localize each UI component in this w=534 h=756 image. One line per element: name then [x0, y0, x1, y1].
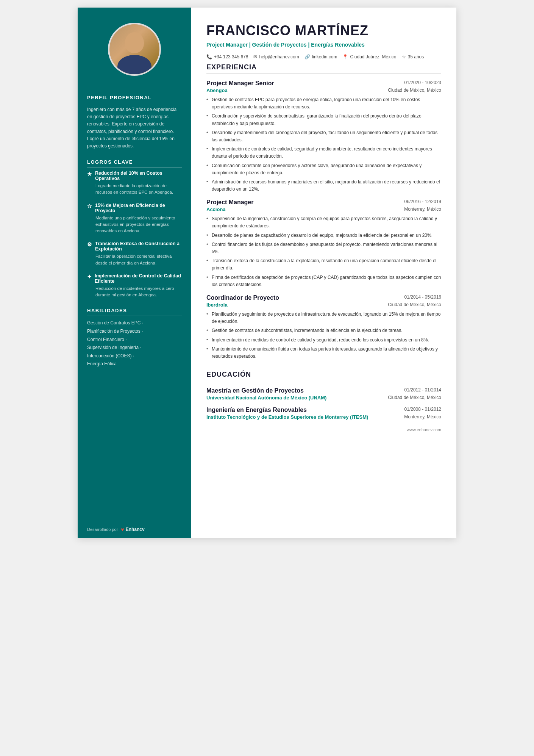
skill-item: Energía Eólica [87, 360, 182, 368]
edu-location: Ciudad de México, México [388, 395, 441, 401]
avatar [108, 23, 161, 76]
exp-header: Coordinador de Proyecto 01/2014 - 05/201… [206, 294, 441, 301]
bullet: Desarrollo de planes de capacitación y d… [206, 232, 441, 239]
achievement-title-text: 15% de Mejora en Eficiencia de Proyecto [95, 203, 182, 213]
habilidades-section: HABILIDADES Gestión de Contratos EPCPlan… [87, 308, 182, 368]
city-value: Ciudad Juárez, México [350, 54, 396, 59]
linkedin-icon: 🔗 [304, 54, 310, 59]
edu-dates: 01/2012 - 01/2014 [404, 387, 441, 393]
email-icon: ✉ [253, 54, 257, 59]
age-item: ☆ 35 años [402, 54, 424, 59]
bullet: Implementación de medidas de control de … [206, 337, 441, 344]
edu-sub: Universidad Nacional Autónoma de México … [206, 395, 441, 401]
contact-info: 📞 +34 123 345 678 ✉ help@enhancv.com 🔗 l… [206, 54, 441, 59]
enhancv-logo: ♥ Enhancv [121, 526, 144, 532]
achievement-desc: Mediante una planificación y seguimiento… [87, 215, 182, 235]
exp-location: Ciudad de México, México [388, 88, 441, 93]
achievement-desc: Logrado mediante la optimización de recu… [87, 183, 182, 196]
bullet: Supervisión de la ingeniería, construcci… [206, 215, 441, 230]
enhancv-brand: Enhancv [126, 527, 145, 532]
edu-header: Maestría en Gestión de Proyectos 01/2012… [206, 387, 441, 394]
header: FRANCISCO MARTÍNEZ Project Manager | Ges… [206, 23, 441, 59]
exp-company: Acciona [206, 207, 226, 212]
photo-area [78, 8, 191, 87]
achievements-list: ★ Reducción del 10% en Costos Operativos… [87, 171, 182, 298]
bullet: Desarrollo y mantenimiento del cronogram… [206, 129, 441, 144]
exp-job-title: Coordinador de Proyecto [206, 294, 279, 301]
achievement-icon: ⚙ [87, 241, 92, 247]
job-item: Project Manager 06/2016 - 12/2019 Accion… [206, 199, 441, 288]
achievement-title-text: Transición Exitosa de Construcción a Exp… [95, 241, 182, 252]
edu-item: Maestría en Gestión de Proyectos 01/2012… [206, 387, 441, 401]
edu-degree: Maestría en Gestión de Proyectos [206, 387, 304, 394]
skill-item: Control Financiero [87, 336, 182, 344]
avatar-image [109, 23, 159, 76]
phone-icon: 📞 [206, 54, 212, 59]
bullet: Coordinación y supervisión de subcontrat… [206, 113, 441, 127]
bullet: Transición exitosa de la construcción a … [206, 257, 441, 272]
achievement-item: ✦ Implementación de Control de Calidad E… [87, 273, 182, 299]
city-item: 📍 Ciudad Juárez, México [342, 54, 396, 59]
sidebar-footer: Desarrollado por ♥ Enhancv [78, 521, 191, 538]
achievement-desc: Facilitar la operación comercial efectiv… [87, 253, 182, 266]
bullet: Comunicación constante con proveedores y… [206, 162, 441, 177]
edu-degree: Ingeniería en Energías Renovables [206, 407, 307, 413]
bullet: Implementación de controles de calidad, … [206, 146, 441, 160]
bullet: Gestión de contratos EPC para proyectos … [206, 96, 441, 111]
footer-developed-by: Desarrollado por [87, 527, 118, 532]
perfil-section: PERFIL PROFESIONAL Ingeniero con más de … [87, 95, 182, 150]
skill-item: Supervisión de Ingeniería [87, 344, 182, 352]
email-item: ✉ help@enhancv.com [253, 54, 299, 59]
age-icon: ☆ [402, 54, 406, 59]
achievement-item: ☆ 15% de Mejora en Eficiencia de Proyect… [87, 203, 182, 235]
sidebar-content: PERFIL PROFESIONAL Ingeniero con más de … [78, 87, 191, 521]
linkedin-value: linkedin.com [312, 54, 337, 59]
exp-sub: Iberdrola Ciudad de México, México [206, 302, 441, 308]
sidebar: PERFIL PROFESIONAL Ingeniero con más de … [78, 8, 191, 538]
exp-dates: 01/2020 - 10/2023 [404, 80, 441, 85]
exp-bullets: Planificación y seguimiento de proyectos… [206, 311, 441, 360]
exp-location: Monterrey, México [404, 207, 441, 212]
linkedin-item: 🔗 linkedin.com [304, 54, 337, 59]
achievement-icon: ☆ [87, 203, 92, 209]
achievement-title: ⚙ Transición Exitosa de Construcción a E… [87, 241, 182, 252]
age-value: 35 años [408, 54, 424, 59]
logros-title: LOGROS CLAVE [87, 159, 182, 167]
bullet: Control financiero de los flujos de dese… [206, 241, 441, 255]
logros-section: LOGROS CLAVE ★ Reducción del 10% en Cost… [87, 159, 182, 298]
resume-container: PERFIL PROFESIONAL Ingeniero con más de … [78, 8, 456, 538]
location-icon: 📍 [342, 54, 348, 59]
bullet: Gestión de contratos de subcontratistas,… [206, 327, 441, 334]
heart-icon: ♥ [121, 526, 124, 532]
jobs-list: Project Manager Senior 01/2020 - 10/2023… [206, 80, 441, 360]
edu-school: Instituto Tecnológico y de Estudios Supe… [206, 414, 368, 420]
achievement-title-text: Reducción del 10% en Costos Operativos [95, 171, 182, 181]
footer-url: www.enhancv.com [407, 427, 441, 432]
bullet: Planificación y seguimiento de proyectos… [206, 311, 441, 325]
educacion-section-title: EDUCACIÓN [206, 371, 441, 381]
exp-job-title: Project Manager Senior [206, 80, 274, 87]
achievement-item: ★ Reducción del 10% en Costos Operativos… [87, 171, 182, 196]
achievement-title: ★ Reducción del 10% en Costos Operativos [87, 171, 182, 181]
person-name: FRANCISCO MARTÍNEZ [206, 23, 441, 39]
exp-sub: Abengoa Ciudad de México, México [206, 88, 441, 93]
edu-item: Ingeniería en Energías Renovables 01/200… [206, 407, 441, 420]
edu-school: Universidad Nacional Autónoma de México … [206, 395, 326, 401]
phone-value: +34 123 345 678 [214, 54, 248, 59]
perfil-text: Ingeniero con más de 7 años de experienc… [87, 106, 182, 150]
exp-bullets: Supervisión de la ingeniería, construcci… [206, 215, 441, 288]
skill-item: Interconexión (COES) [87, 352, 182, 360]
skills-list: Gestión de Contratos EPCPlanificación de… [87, 319, 182, 368]
exp-dates: 06/2016 - 12/2019 [404, 199, 441, 204]
achievement-desc: Reducción de incidentes mayores a cero d… [87, 285, 182, 299]
achievement-icon: ✦ [87, 274, 92, 280]
achievement-title: ☆ 15% de Mejora en Eficiencia de Proyect… [87, 203, 182, 213]
bullet: Administración de recursos humanos y mat… [206, 178, 441, 193]
habilidades-title: HABILIDADES [87, 308, 182, 316]
exp-header: Project Manager Senior 01/2020 - 10/2023 [206, 80, 441, 87]
edu-dates: 01/2008 - 01/2012 [404, 407, 441, 412]
main-content: FRANCISCO MARTÍNEZ Project Manager | Ges… [191, 8, 456, 538]
exp-location: Ciudad de México, México [388, 302, 441, 307]
skill-item: Gestión de Contratos EPC [87, 319, 182, 327]
exp-company: Abengoa [206, 88, 228, 93]
